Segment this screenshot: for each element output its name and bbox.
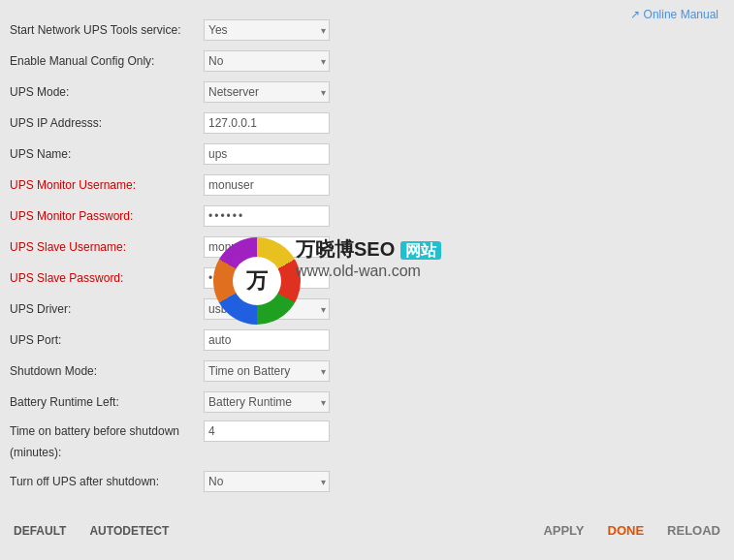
apply-button[interactable]: APPLY xyxy=(539,521,588,540)
shutdown-mode-value: Time on BatteryBattery Runtime xyxy=(204,360,543,382)
autodetect-button[interactable]: AUTODETECT xyxy=(85,522,173,540)
ups-monitor-password-value xyxy=(204,205,543,227)
ups-driver-label: UPS Driver: xyxy=(10,298,204,320)
time-on-battery-label: Time on battery before shutdown (minutes… xyxy=(10,420,204,463)
online-manual-link[interactable]: ↗ Online Manual xyxy=(630,8,718,21)
default-button[interactable]: DEFAULT xyxy=(10,522,70,540)
form-row-ups-monitor-password: UPS Monitor Password: xyxy=(10,203,543,229)
form-row-battery-runtime-left: Battery Runtime Left:Battery RuntimeOthe… xyxy=(10,389,543,415)
form-row-ups-monitor-username: UPS Monitor Username: xyxy=(10,172,543,198)
ups-ip-address-input[interactable] xyxy=(204,112,330,134)
battery-runtime-left-value: Battery RuntimeOther xyxy=(204,391,543,413)
start-nups-service-select[interactable]: YesNo xyxy=(204,19,330,41)
ups-name-value xyxy=(204,143,543,165)
battery-runtime-left-label: Battery Runtime Left: xyxy=(10,391,204,413)
form-row-ups-slave-username: UPS Slave Username: xyxy=(10,234,543,260)
battery-runtime-left-select-wrapper: Battery RuntimeOther xyxy=(204,391,330,413)
reload-button[interactable]: RELOAD xyxy=(663,521,724,540)
ups-slave-password-value xyxy=(204,267,543,289)
ups-monitor-password-input[interactable] xyxy=(204,205,330,227)
enable-manual-config-label: Enable Manual Config Only: xyxy=(10,50,204,72)
page-wrapper: ↗ Online Manual Start Network UPS Tools … xyxy=(0,0,734,560)
ups-name-label: UPS Name: xyxy=(10,143,204,165)
form-row-ups-slave-password: UPS Slave Password: xyxy=(10,265,543,291)
ups-port-value xyxy=(204,329,543,351)
ups-slave-username-input[interactable] xyxy=(204,236,330,258)
form-container: Start Network UPS Tools service:YesNoEna… xyxy=(0,8,543,510)
turn-off-ups-value: YesNo xyxy=(204,471,543,492)
ups-driver-value: usbhid-upsother xyxy=(204,298,543,320)
ups-port-label: UPS Port: xyxy=(10,329,204,351)
ups-mode-select[interactable]: NetserverStandaloneNetclient xyxy=(204,81,330,103)
ups-slave-password-input[interactable] xyxy=(204,267,330,289)
shutdown-mode-select[interactable]: Time on BatteryBattery Runtime xyxy=(204,360,330,382)
form-row-ups-port: UPS Port: xyxy=(10,327,543,353)
ups-monitor-username-label: UPS Monitor Username: xyxy=(10,174,204,196)
form-row-start-nups-service: Start Network UPS Tools service:YesNo xyxy=(10,17,543,43)
form-row-turn-off-ups: Turn off UPS after shutdown:YesNo xyxy=(10,469,543,494)
ups-driver-select-wrapper: usbhid-upsother xyxy=(204,298,330,320)
ups-driver-select[interactable]: usbhid-upsother xyxy=(204,298,330,320)
bottom-bar: DEFAULT AUTODETECT APPLY DONE RELOAD xyxy=(0,513,734,547)
start-nups-service-select-wrapper: YesNo xyxy=(204,19,330,41)
start-nups-service-label: Start Network UPS Tools service: xyxy=(10,19,204,41)
time-on-battery-value xyxy=(204,420,543,442)
ups-mode-label: UPS Mode: xyxy=(10,81,204,103)
ups-name-input[interactable] xyxy=(204,143,330,165)
ups-slave-password-label: UPS Slave Password: xyxy=(10,267,204,289)
time-on-battery-input[interactable] xyxy=(204,420,330,442)
enable-manual-config-select-wrapper: YesNo xyxy=(204,50,330,72)
ups-mode-value: NetserverStandaloneNetclient xyxy=(204,81,543,103)
form-row-ups-ip-address: UPS IP Addresss: xyxy=(10,110,543,136)
ups-slave-username-value xyxy=(204,236,543,258)
ups-port-input[interactable] xyxy=(204,329,330,351)
ups-monitor-username-value xyxy=(204,174,543,196)
turn-off-ups-select-wrapper: YesNo xyxy=(204,471,330,492)
done-button[interactable]: DONE xyxy=(604,521,649,540)
form-row-time-on-battery: Time on battery before shutdown (minutes… xyxy=(10,420,543,463)
ups-mode-select-wrapper: NetserverStandaloneNetclient xyxy=(204,81,330,103)
ups-monitor-username-input[interactable] xyxy=(204,174,330,196)
form-row-ups-driver: UPS Driver:usbhid-upsother xyxy=(10,296,543,322)
online-manual-label: Online Manual xyxy=(644,8,718,21)
external-link-icon: ↗ xyxy=(630,8,640,21)
shutdown-mode-label: Shutdown Mode: xyxy=(10,360,204,382)
enable-manual-config-select[interactable]: YesNo xyxy=(204,50,330,72)
ups-ip-address-value xyxy=(204,112,543,134)
form-row-ups-name: UPS Name: xyxy=(10,141,543,167)
enable-manual-config-value: YesNo xyxy=(204,50,543,72)
turn-off-ups-select[interactable]: YesNo xyxy=(204,471,330,492)
form-row-ups-mode: UPS Mode:NetserverStandaloneNetclient xyxy=(10,79,543,105)
start-nups-service-value: YesNo xyxy=(204,19,543,41)
shutdown-mode-select-wrapper: Time on BatteryBattery Runtime xyxy=(204,360,330,382)
battery-runtime-left-select[interactable]: Battery RuntimeOther xyxy=(204,391,330,413)
ups-monitor-password-label: UPS Monitor Password: xyxy=(10,205,204,227)
turn-off-ups-label: Turn off UPS after shutdown: xyxy=(10,471,204,492)
ups-slave-username-label: UPS Slave Username: xyxy=(10,236,204,258)
form-row-shutdown-mode: Shutdown Mode:Time on BatteryBattery Run… xyxy=(10,358,543,384)
form-row-enable-manual-config: Enable Manual Config Only:YesNo xyxy=(10,48,543,74)
ups-ip-address-label: UPS IP Addresss: xyxy=(10,112,204,134)
top-right-links: ↗ Online Manual xyxy=(630,8,718,21)
